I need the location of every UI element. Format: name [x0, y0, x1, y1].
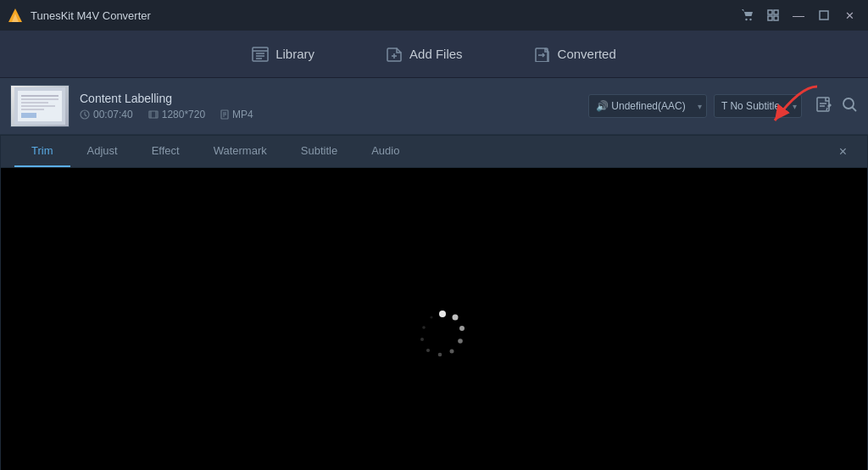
audio-select[interactable]: 🔊 Undefined(AAC): [588, 94, 707, 118]
svg-rect-7: [774, 16, 778, 20]
file-controls: 🔊 Undefined(AAC) T No Subtitle: [588, 94, 858, 118]
svg-point-46: [438, 353, 442, 357]
file-name: Content Labelling: [80, 92, 578, 105]
library-icon: [252, 47, 269, 62]
loading-spinner: [413, 304, 455, 346]
file-duration: 00:07:40: [80, 109, 133, 120]
svg-rect-5: [774, 10, 778, 14]
maximize-button[interactable]: [812, 3, 836, 27]
svg-point-47: [426, 349, 430, 352]
svg-line-37: [826, 108, 827, 110]
nav-add-files[interactable]: Add Files: [376, 40, 473, 69]
svg-point-38: [843, 98, 854, 109]
spinner-svg: [413, 304, 472, 363]
file-format: MP4: [220, 109, 253, 120]
svg-rect-8: [820, 11, 828, 20]
edit-panel: Trim Adjust Effect Watermark Subtitle Au…: [0, 135, 868, 470]
svg-point-50: [430, 316, 432, 318]
nav-bar: Library Add Files Converted: [0, 31, 868, 78]
tab-watermark[interactable]: Watermark: [197, 136, 284, 167]
add-files-icon: [386, 47, 403, 62]
svg-point-2: [745, 19, 747, 20]
minimize-button[interactable]: —: [787, 3, 810, 27]
file-info: Content Labelling 00:07:40 1280*720: [80, 92, 578, 120]
svg-line-39: [853, 107, 857, 111]
title-bar-controls: — ✕: [736, 3, 861, 27]
audio-select-wrap: 🔊 Undefined(AAC): [588, 94, 707, 118]
svg-point-41: [439, 311, 446, 317]
nav-converted-label: Converted: [558, 47, 616, 61]
svg-point-43: [459, 326, 465, 331]
format-icon: [220, 109, 229, 120]
svg-rect-4: [768, 10, 772, 14]
panel-close-button[interactable]: ×: [832, 141, 854, 163]
file-meta: 00:07:40 1280*720 MP4: [80, 109, 578, 120]
tab-adjust[interactable]: Adjust: [70, 136, 135, 167]
svg-point-42: [453, 315, 459, 321]
grid-icon[interactable]: [761, 3, 785, 27]
clock-icon: [80, 109, 90, 120]
video-preview-area: [1, 168, 867, 470]
nav-library-label: Library: [275, 47, 314, 61]
svg-rect-25: [21, 113, 36, 118]
svg-point-49: [422, 326, 426, 329]
subtitle-select[interactable]: T No Subtitle: [714, 94, 802, 118]
tab-effect[interactable]: Effect: [135, 136, 197, 167]
nav-converted[interactable]: Converted: [524, 40, 626, 69]
title-bar-left: TunesKit M4V Converter: [7, 7, 151, 24]
file-row: Content Labelling 00:07:40 1280*720: [0, 78, 868, 135]
tab-trim[interactable]: Trim: [14, 136, 70, 167]
subtitle-select-wrap: T No Subtitle: [714, 94, 802, 118]
cart-icon[interactable]: [736, 3, 760, 27]
converted-icon: [534, 47, 551, 62]
app-logo-icon: [7, 7, 24, 24]
svg-rect-6: [768, 16, 772, 20]
tab-audio[interactable]: Audio: [354, 136, 416, 167]
resolution-icon: [148, 110, 159, 119]
close-button[interactable]: ✕: [837, 3, 861, 27]
app-title: TunesKit M4V Converter: [31, 9, 151, 22]
thumbnail-preview: [14, 87, 65, 125]
nav-add-files-label: Add Files: [409, 47, 463, 61]
search-button[interactable]: [841, 96, 858, 117]
svg-point-45: [450, 350, 454, 354]
file-thumbnail: [10, 85, 70, 127]
panel-tabs: Trim Adjust Effect Watermark Subtitle Au…: [14, 136, 416, 167]
tab-subtitle[interactable]: Subtitle: [284, 136, 354, 167]
panel-header: Trim Adjust Effect Watermark Subtitle Au…: [1, 136, 867, 168]
title-bar: TunesKit M4V Converter —: [0, 0, 868, 31]
svg-point-48: [420, 338, 424, 341]
edit-button[interactable]: [815, 96, 832, 117]
nav-library[interactable]: Library: [242, 40, 325, 69]
action-icons: [815, 96, 858, 117]
svg-point-44: [458, 339, 463, 344]
svg-point-3: [749, 19, 751, 20]
file-resolution: 1280*720: [148, 109, 205, 120]
